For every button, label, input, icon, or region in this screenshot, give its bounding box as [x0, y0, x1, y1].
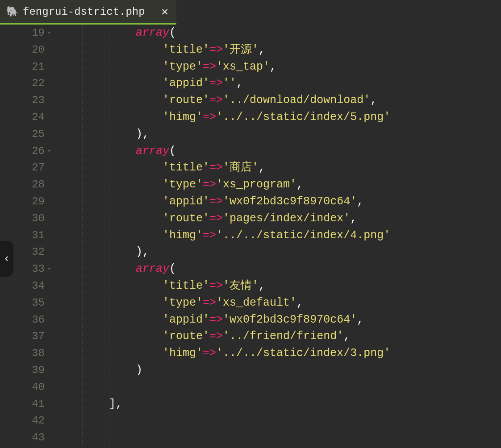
fold-toggle-icon[interactable]: ▾: [47, 261, 51, 278]
line-number: 43: [0, 429, 45, 446]
line-number: 41: [0, 396, 45, 413]
line-number: 21: [0, 58, 45, 75]
line-number: 35: [0, 295, 45, 311]
line-number: 38: [0, 345, 45, 362]
code-line[interactable]: ],: [55, 396, 501, 413]
line-number: 36: [0, 311, 45, 328]
line-number: 30: [0, 210, 45, 227]
code-line[interactable]: ),: [55, 244, 501, 261]
sidebar-toggle-handle[interactable]: ‹: [0, 241, 13, 277]
line-number: 22: [0, 75, 45, 92]
line-number: 37: [0, 328, 45, 345]
line-number: 28: [0, 176, 45, 193]
line-number: 42: [0, 412, 45, 429]
code-line[interactable]: [55, 429, 501, 446]
code-line[interactable]: ): [55, 362, 501, 379]
code-line[interactable]: 'route'=>'../download/download',: [55, 92, 501, 109]
gutter: 19▾20212223242526▾27282930313233▾3435363…: [0, 25, 53, 448]
code-line[interactable]: array(: [55, 143, 501, 160]
tab-active[interactable]: 🐘 fengrui-dstrict.php ✕: [0, 0, 176, 25]
line-number: 40: [0, 379, 45, 396]
code-line[interactable]: [55, 412, 501, 429]
code-line[interactable]: 'type'=>'xs_program',: [55, 176, 501, 193]
code-line[interactable]: 'title'=>'开源',: [55, 41, 501, 58]
code-line[interactable]: 'himg'=>'../../static/index/4.png': [55, 227, 501, 244]
chevron-left-icon: ‹: [3, 252, 10, 265]
code-line[interactable]: array(: [55, 261, 501, 278]
line-number: 24: [0, 109, 45, 126]
code-line[interactable]: 'route'=>'../friend/friend',: [55, 328, 501, 345]
line-number: 34: [0, 278, 45, 295]
line-number: 25: [0, 126, 45, 143]
code-line[interactable]: 'type'=>'xs_tap',: [55, 58, 501, 75]
line-number: 20: [0, 41, 45, 58]
code-line[interactable]: 'route'=>'pages/index/index',: [55, 210, 501, 227]
fold-toggle-icon[interactable]: ▾: [47, 143, 51, 160]
code-line[interactable]: [55, 379, 501, 396]
editor[interactable]: 19▾20212223242526▾27282930313233▾3435363…: [0, 25, 501, 448]
tab-bar: 🐘 fengrui-dstrict.php ✕: [0, 0, 501, 25]
php-elephant-icon: 🐘: [6, 6, 18, 18]
code-line[interactable]: ),: [55, 126, 501, 143]
code-line[interactable]: 'appid'=>'wx0f2bd3c9f8970c64',: [55, 193, 501, 210]
tab-filename: fengrui-dstrict.php: [23, 6, 145, 18]
close-icon[interactable]: ✕: [161, 4, 168, 19]
code-line[interactable]: 'type'=>'xs_default',: [55, 295, 501, 311]
code-line[interactable]: 'title'=>'商店',: [55, 159, 501, 176]
line-number: 23: [0, 92, 45, 109]
line-number: 26▾: [0, 143, 45, 160]
code-line[interactable]: array(: [55, 25, 501, 41]
code-line[interactable]: 'appid'=>'wx0f2bd3c9f8970c64',: [55, 311, 501, 328]
line-number: 27: [0, 159, 45, 176]
line-number: 29: [0, 193, 45, 210]
fold-toggle-icon[interactable]: ▾: [47, 25, 51, 41]
code-line[interactable]: 'title'=>'友情',: [55, 278, 501, 295]
code-line[interactable]: 'appid'=>'',: [55, 75, 501, 92]
line-number: 19▾: [0, 25, 45, 41]
code-area[interactable]: array( 'title'=>'开源', 'type'=>'xs_tap', …: [53, 25, 501, 448]
line-number: 39: [0, 362, 45, 379]
code-line[interactable]: 'himg'=>'../../static/index/5.png': [55, 109, 501, 126]
code-line[interactable]: 'himg'=>'../../static/index/3.png': [55, 345, 501, 362]
